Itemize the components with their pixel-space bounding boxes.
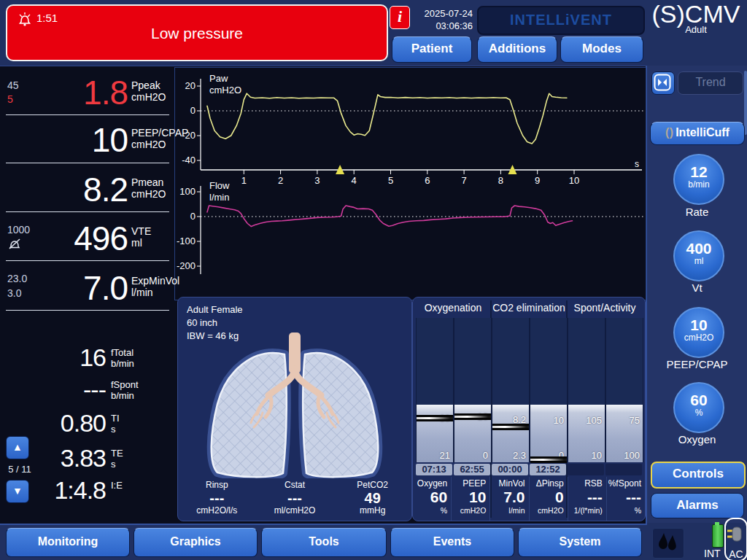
value-pfspont[interactable]: %fSpont --- %: [606, 477, 645, 521]
svg-text:s: s: [635, 159, 639, 169]
ventilator-screen: 1:51 Low pressure i 2025-07-24 03:06:36 …: [0, 0, 747, 560]
value-oxygen[interactable]: Oxygen 60 %: [413, 477, 451, 521]
nav-system[interactable]: System: [518, 528, 642, 557]
vt-knob[interactable]: 400 ml: [673, 230, 724, 281]
vt-unit: ml: [675, 257, 723, 266]
svg-text:4: 4: [352, 175, 357, 186]
minvol-value: 7.0: [490, 489, 525, 506]
expminvol-value: 7.0: [83, 268, 128, 308]
nav-events[interactable]: Events: [390, 528, 514, 557]
battery-icon: [712, 524, 724, 548]
timer-minvol: 00:00: [492, 464, 528, 475]
bar-bottom-label: 10: [592, 450, 602, 461]
rinsp-value: ---: [178, 491, 256, 505]
ac-power-indicator: AC: [724, 518, 747, 560]
svg-text:0: 0: [190, 105, 196, 116]
petco2-display: PetCO2 49 mmHg: [333, 480, 411, 516]
svg-text:20: 20: [185, 80, 196, 91]
nav-tools[interactable]: Tools: [261, 528, 387, 557]
page-down-button[interactable]: ▼: [6, 480, 29, 503]
ppeak-low-limit: 5: [7, 93, 13, 106]
ppeak-value: 1.8: [83, 73, 128, 112]
oxygen-knob[interactable]: 60 %: [673, 382, 724, 433]
oxygen-knob-value: 60: [675, 392, 723, 408]
ftotal-label: fTotal: [111, 347, 134, 358]
patient-button[interactable]: Patient: [392, 36, 472, 63]
peep-knob-unit: cmH2O: [675, 333, 723, 343]
ie-label: I:E: [111, 480, 123, 491]
controls-button[interactable]: Controls: [651, 462, 746, 489]
svg-text:-100: -100: [177, 236, 196, 246]
monitor-ftotal[interactable]: 16 fTotal b/min: [0, 341, 175, 372]
lung-panel: Adult Female 60 inch IBW = 46 kg Pcuff 2…: [177, 297, 412, 521]
freeze-button[interactable]: [651, 71, 675, 95]
monitor-vte[interactable]: 1000 496 VTE ml: [0, 211, 175, 260]
value-rsb[interactable]: RSB --- 1/(l*min): [568, 477, 606, 521]
peep-knob-value: 10: [675, 317, 723, 333]
svg-text:5: 5: [388, 175, 393, 186]
svg-text:100: 100: [179, 186, 196, 197]
pmean-unit: cmH2O: [131, 188, 166, 200]
intellivent-badge[interactable]: INTELLiVENT: [477, 6, 645, 35]
monitor-ti[interactable]: 0.80 TI s: [0, 407, 175, 438]
ftotal-unit: b/min: [111, 358, 134, 369]
nav-monitoring[interactable]: Monitoring: [6, 528, 130, 557]
freeze-icon: [652, 72, 673, 93]
bar-marker: [492, 424, 529, 430]
ac-label: AC: [726, 548, 746, 560]
humidifier-icon[interactable]: [652, 528, 684, 559]
bar-bottom-label: 0: [483, 450, 488, 461]
monitor-expminvol[interactable]: 23.0 3.0 7.0 ExpMinVol l/min: [0, 260, 175, 310]
alarm-banner[interactable]: 1:51 Low pressure: [6, 4, 388, 61]
ppeak-high-limit: 45: [7, 79, 19, 93]
timer-rsb: [568, 464, 604, 475]
te-label: TE: [111, 448, 123, 459]
bar-top-label: 75: [630, 415, 640, 426]
peep-knob[interactable]: 10 cmH2O: [673, 307, 724, 358]
monitor-pmean[interactable]: 8.2 Pmean cmH2O: [0, 163, 175, 211]
bar-marker: [530, 456, 567, 463]
ftotal-value: 16: [80, 343, 106, 372]
rinsp-label: Rinsp: [178, 480, 256, 491]
oxygen-label: Oxygen: [413, 478, 447, 489]
rsb-unit: 1/(l*min): [568, 506, 603, 515]
minvol-label: MinVol: [490, 478, 525, 489]
additions-button[interactable]: Additions: [477, 36, 557, 63]
page-up-button[interactable]: ▲: [6, 436, 29, 459]
value-minvol[interactable]: MinVol 7.0 l/min: [489, 477, 528, 521]
bar-fspont: 75 100: [605, 318, 643, 462]
value-dpinsp[interactable]: ΔPinsp 0 cmH2O: [529, 477, 568, 521]
te-value: 3.83: [61, 444, 106, 472]
expminvol-label: ExpMinVol: [131, 275, 179, 287]
monitor-ppeak[interactable]: 45 5 1.8 Ppeak cmH2O: [0, 69, 175, 114]
monitor-peep[interactable]: 10 PEEP/CPAP cmH2O: [0, 114, 175, 163]
svg-text:8: 8: [498, 175, 503, 186]
nav-graphics[interactable]: Graphics: [133, 528, 258, 557]
peep-target-value: 10: [452, 489, 486, 506]
trend-button[interactable]: Trend: [678, 71, 743, 95]
bar-minvol: 8.2 2.3: [492, 318, 530, 462]
intellicuff-button[interactable]: ( )IntelliCuff: [650, 122, 745, 145]
asv-target-panel: Oxygenation CO2 elimination Spont/Activi…: [412, 297, 646, 521]
monitor-fspont[interactable]: --- fSpont b/min: [0, 373, 175, 404]
section-co2-elimination: CO2 elimination: [492, 302, 566, 314]
rate-knob[interactable]: 12 b/min: [673, 154, 724, 205]
rate-unit: b/min: [675, 180, 723, 190]
cstat-display: Cstat --- ml/cmH2O: [256, 480, 334, 516]
value-peep[interactable]: PEEP 10 cmH2O: [451, 477, 489, 521]
petco2-unit: mmHg: [333, 505, 411, 516]
peep-target-label: PEEP: [452, 478, 486, 489]
vte-high-limit: 1000: [7, 223, 30, 237]
info-icon[interactable]: i: [390, 6, 410, 29]
oxygen-value: 60: [413, 489, 447, 506]
modes-button[interactable]: Modes: [560, 36, 643, 63]
petco2-value: 49: [333, 491, 411, 505]
svg-text:6: 6: [425, 175, 430, 186]
alarm-message: Low pressure: [7, 25, 387, 42]
alarms-button[interactable]: Alarms: [651, 493, 744, 518]
oxygen-knob-unit: %: [675, 408, 723, 418]
cstat-unit: ml/cmH2O: [256, 505, 334, 516]
svg-text:2: 2: [278, 175, 283, 186]
battery-label: INT: [704, 548, 721, 559]
right-sidebar: Trend ( )IntelliCuff 12 b/min Rate 400 m…: [647, 66, 747, 523]
